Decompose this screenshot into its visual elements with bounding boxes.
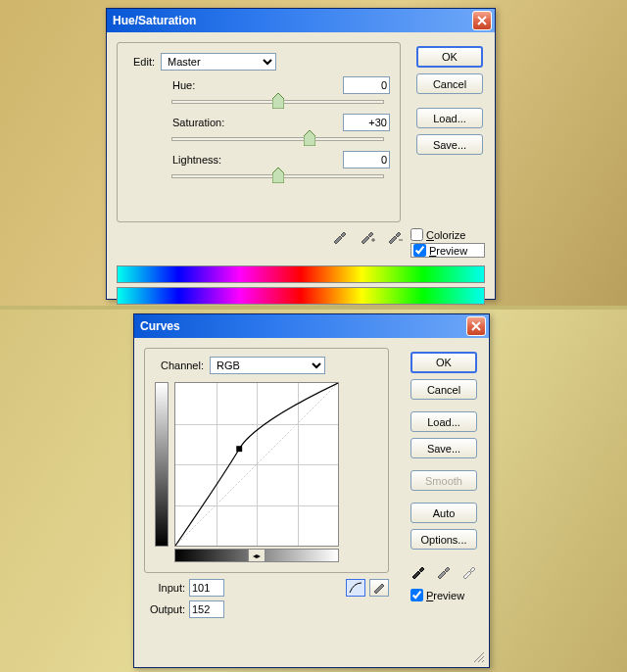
hue-slider-thumb[interactable] <box>272 93 284 109</box>
curve-spline-tool-icon[interactable] <box>346 579 365 597</box>
close-icon[interactable] <box>466 316 486 336</box>
svg-line-3 <box>175 383 338 546</box>
curves-groupbox: Channel: RGB <box>144 348 389 573</box>
curve-point[interactable] <box>236 446 242 452</box>
eyedropper-plus-icon[interactable] <box>360 228 375 244</box>
channel-combo[interactable]: RGB <box>210 357 325 374</box>
curves-dialog: Curves Channel: RGB <box>133 313 490 668</box>
resize-grip-icon[interactable] <box>471 649 485 663</box>
channel-label: Channel: <box>155 360 210 371</box>
gradient-swap-icon[interactable]: ◂▸ <box>248 550 265 561</box>
hue-saturation-dialog: Hue/Saturation Edit: Master Hue: <box>106 8 496 300</box>
hue-saturation-groupbox: Edit: Master Hue: <box>117 42 401 222</box>
preview-checkbox[interactable]: Preview <box>410 243 485 258</box>
output-label: Output: <box>144 603 185 615</box>
hue-spectrum <box>117 265 485 305</box>
curve-path <box>175 383 338 546</box>
eyedropper-icon[interactable] <box>332 228 348 244</box>
hue-button-column: OK Cancel Load... Save... <box>416 46 483 161</box>
close-icon[interactable] <box>472 11 492 30</box>
saturation-slider[interactable] <box>171 137 384 141</box>
ok-button[interactable]: OK <box>416 46 483 68</box>
svg-marker-0 <box>272 93 284 109</box>
edit-combo[interactable]: Master <box>161 53 276 71</box>
saturation-input[interactable] <box>343 114 390 131</box>
input-value[interactable] <box>189 579 224 597</box>
white-point-eyedropper-icon[interactable] <box>461 563 477 579</box>
output-value[interactable] <box>189 600 224 618</box>
smooth-button: Smooth <box>410 470 477 491</box>
hue-slider[interactable] <box>171 100 384 104</box>
edit-label: Edit: <box>127 56 161 68</box>
lightness-label: Lightness: <box>172 154 251 166</box>
save-button[interactable]: Save... <box>410 438 477 458</box>
eyedropper-minus-icon[interactable] <box>387 228 403 244</box>
curves-titlebar[interactable]: Curves <box>134 314 489 338</box>
hue-input[interactable] <box>343 76 390 94</box>
saturation-slider-thumb[interactable] <box>304 130 315 146</box>
hue-label: Hue: <box>172 79 251 91</box>
preview-checkbox[interactable]: Preview <box>410 589 477 601</box>
curves-title: Curves <box>140 319 466 333</box>
hue-strip-bottom <box>117 287 485 305</box>
curve-pencil-tool-icon[interactable] <box>369 579 389 597</box>
cancel-button[interactable]: Cancel <box>416 73 483 94</box>
input-label: Input: <box>144 582 185 594</box>
lightness-slider-thumb[interactable] <box>272 168 284 183</box>
gray-point-eyedropper-icon[interactable] <box>436 563 452 579</box>
ok-button[interactable]: OK <box>410 352 477 373</box>
curves-button-column: OK Cancel Load... Save... Smooth Auto Op… <box>410 352 477 603</box>
cancel-button[interactable]: Cancel <box>410 379 477 400</box>
input-gradient-bar[interactable]: ◂▸ <box>174 549 339 562</box>
hue-saturation-titlebar[interactable]: Hue/Saturation <box>107 9 495 32</box>
hue-saturation-title: Hue/Saturation <box>113 14 472 27</box>
output-gradient-bar <box>155 382 169 547</box>
svg-marker-1 <box>304 130 315 146</box>
curve-grid[interactable] <box>174 382 339 547</box>
lightness-input[interactable] <box>343 151 390 168</box>
lightness-slider[interactable] <box>171 174 384 178</box>
saturation-label: Saturation: <box>172 117 251 128</box>
svg-marker-2 <box>272 168 284 183</box>
load-button[interactable]: Load... <box>410 411 477 432</box>
hue-strip-top <box>117 265 485 283</box>
black-point-eyedropper-icon[interactable] <box>410 563 426 579</box>
auto-button[interactable]: Auto <box>410 503 477 523</box>
colorize-checkbox[interactable]: Colorize <box>410 228 485 241</box>
load-button[interactable]: Load... <box>416 108 483 128</box>
options-button[interactable]: Options... <box>410 529 477 550</box>
save-button[interactable]: Save... <box>416 134 483 155</box>
